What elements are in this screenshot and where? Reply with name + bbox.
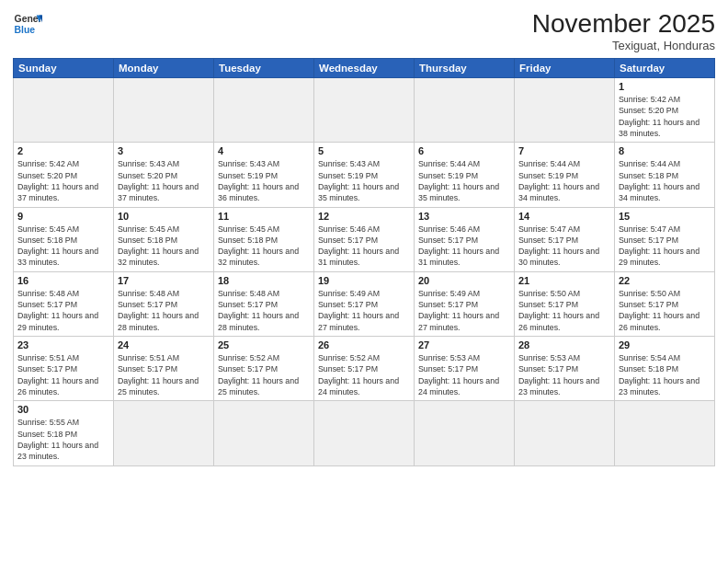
day-info: Sunrise: 5:45 AMSunset: 5:18 PMDaylight:… bbox=[218, 224, 310, 269]
table-row: 12Sunrise: 5:46 AMSunset: 5:17 PMDayligh… bbox=[314, 207, 415, 271]
logo-icon: General Blue bbox=[13, 9, 42, 39]
table-row bbox=[214, 78, 314, 143]
header-monday: Monday bbox=[114, 59, 214, 78]
location: Texiguat, Honduras bbox=[532, 39, 715, 52]
day-info: Sunrise: 5:44 AMSunset: 5:19 PMDaylight:… bbox=[518, 158, 610, 203]
table-row bbox=[114, 401, 214, 465]
table-row: 10Sunrise: 5:45 AMSunset: 5:18 PMDayligh… bbox=[114, 207, 214, 271]
header-wednesday: Wednesday bbox=[314, 59, 415, 78]
table-row: 22Sunrise: 5:50 AMSunset: 5:17 PMDayligh… bbox=[615, 271, 715, 336]
table-row: 7Sunrise: 5:44 AMSunset: 5:19 PMDaylight… bbox=[515, 143, 615, 207]
day-info: Sunrise: 5:47 AMSunset: 5:17 PMDaylight:… bbox=[518, 224, 610, 269]
day-number: 22 bbox=[619, 275, 711, 286]
table-row bbox=[615, 401, 715, 465]
day-number: 29 bbox=[619, 339, 711, 350]
day-number: 3 bbox=[118, 145, 210, 156]
day-info: Sunrise: 5:53 AMSunset: 5:17 PMDaylight:… bbox=[418, 352, 510, 397]
day-number: 12 bbox=[318, 211, 410, 222]
table-row: 6Sunrise: 5:44 AMSunset: 5:19 PMDaylight… bbox=[415, 143, 515, 207]
day-number: 16 bbox=[17, 275, 109, 286]
table-row: 3Sunrise: 5:43 AMSunset: 5:20 PMDaylight… bbox=[114, 143, 214, 207]
table-row: 17Sunrise: 5:48 AMSunset: 5:17 PMDayligh… bbox=[114, 271, 214, 336]
table-row bbox=[314, 401, 415, 465]
table-row bbox=[515, 401, 615, 465]
day-number: 14 bbox=[518, 211, 610, 222]
day-info: Sunrise: 5:55 AMSunset: 5:18 PMDaylight:… bbox=[17, 417, 109, 462]
calendar-week-0: 1Sunrise: 5:42 AMSunset: 5:20 PMDaylight… bbox=[14, 78, 715, 143]
calendar-week-1: 2Sunrise: 5:42 AMSunset: 5:20 PMDaylight… bbox=[14, 143, 715, 207]
table-row: 9Sunrise: 5:45 AMSunset: 5:18 PMDaylight… bbox=[14, 207, 114, 271]
day-number: 2 bbox=[17, 145, 109, 156]
day-info: Sunrise: 5:52 AMSunset: 5:17 PMDaylight:… bbox=[318, 352, 410, 397]
table-row: 26Sunrise: 5:52 AMSunset: 5:17 PMDayligh… bbox=[314, 337, 415, 401]
table-row: 5Sunrise: 5:43 AMSunset: 5:19 PMDaylight… bbox=[314, 143, 415, 207]
table-row: 16Sunrise: 5:48 AMSunset: 5:17 PMDayligh… bbox=[14, 271, 114, 336]
table-row bbox=[114, 78, 214, 143]
day-info: Sunrise: 5:51 AMSunset: 5:17 PMDaylight:… bbox=[118, 352, 210, 397]
table-row bbox=[415, 78, 515, 143]
day-number: 5 bbox=[318, 145, 410, 156]
table-row: 24Sunrise: 5:51 AMSunset: 5:17 PMDayligh… bbox=[114, 337, 214, 401]
day-info: Sunrise: 5:43 AMSunset: 5:19 PMDaylight:… bbox=[318, 158, 410, 203]
header-thursday: Thursday bbox=[415, 59, 515, 78]
day-info: Sunrise: 5:50 AMSunset: 5:17 PMDaylight:… bbox=[619, 288, 711, 333]
table-row: 13Sunrise: 5:46 AMSunset: 5:17 PMDayligh… bbox=[415, 207, 515, 271]
day-number: 13 bbox=[418, 211, 510, 222]
title-block: November 2025 Texiguat, Honduras bbox=[532, 9, 715, 52]
day-number: 1 bbox=[619, 81, 711, 92]
day-info: Sunrise: 5:42 AMSunset: 5:20 PMDaylight:… bbox=[17, 158, 109, 203]
day-info: Sunrise: 5:50 AMSunset: 5:17 PMDaylight:… bbox=[518, 288, 610, 333]
day-number: 30 bbox=[17, 404, 109, 415]
day-number: 18 bbox=[218, 275, 310, 286]
day-info: Sunrise: 5:44 AMSunset: 5:18 PMDaylight:… bbox=[619, 158, 711, 203]
calendar-week-5: 30Sunrise: 5:55 AMSunset: 5:18 PMDayligh… bbox=[14, 401, 715, 465]
day-info: Sunrise: 5:51 AMSunset: 5:17 PMDaylight:… bbox=[17, 352, 109, 397]
table-row bbox=[415, 401, 515, 465]
day-number: 15 bbox=[619, 211, 711, 222]
day-number: 25 bbox=[218, 339, 310, 350]
table-row: 15Sunrise: 5:47 AMSunset: 5:17 PMDayligh… bbox=[615, 207, 715, 271]
table-row: 23Sunrise: 5:51 AMSunset: 5:17 PMDayligh… bbox=[14, 337, 114, 401]
day-number: 9 bbox=[17, 211, 109, 222]
page: General Blue November 2025 Texiguat, Hon… bbox=[0, 0, 728, 563]
day-info: Sunrise: 5:48 AMSunset: 5:17 PMDaylight:… bbox=[17, 288, 109, 333]
calendar-week-3: 16Sunrise: 5:48 AMSunset: 5:17 PMDayligh… bbox=[14, 271, 715, 336]
day-info: Sunrise: 5:54 AMSunset: 5:18 PMDaylight:… bbox=[619, 352, 711, 397]
header-friday: Friday bbox=[515, 59, 615, 78]
day-info: Sunrise: 5:42 AMSunset: 5:20 PMDaylight:… bbox=[619, 94, 711, 139]
day-number: 20 bbox=[418, 275, 510, 286]
day-number: 21 bbox=[518, 275, 610, 286]
table-row: 27Sunrise: 5:53 AMSunset: 5:17 PMDayligh… bbox=[415, 337, 515, 401]
table-row: 28Sunrise: 5:53 AMSunset: 5:17 PMDayligh… bbox=[515, 337, 615, 401]
calendar: Sunday Monday Tuesday Wednesday Thursday… bbox=[13, 58, 715, 466]
table-row bbox=[515, 78, 615, 143]
day-number: 4 bbox=[218, 145, 310, 156]
table-row bbox=[14, 78, 114, 143]
table-row: 19Sunrise: 5:49 AMSunset: 5:17 PMDayligh… bbox=[314, 271, 415, 336]
table-row: 21Sunrise: 5:50 AMSunset: 5:17 PMDayligh… bbox=[515, 271, 615, 336]
day-info: Sunrise: 5:45 AMSunset: 5:18 PMDaylight:… bbox=[118, 224, 210, 269]
table-row bbox=[214, 401, 314, 465]
day-info: Sunrise: 5:46 AMSunset: 5:17 PMDaylight:… bbox=[318, 224, 410, 269]
day-info: Sunrise: 5:52 AMSunset: 5:17 PMDaylight:… bbox=[218, 352, 310, 397]
day-number: 27 bbox=[418, 339, 510, 350]
table-row: 30Sunrise: 5:55 AMSunset: 5:18 PMDayligh… bbox=[14, 401, 114, 465]
table-row: 20Sunrise: 5:49 AMSunset: 5:17 PMDayligh… bbox=[415, 271, 515, 336]
day-info: Sunrise: 5:47 AMSunset: 5:17 PMDaylight:… bbox=[619, 224, 711, 269]
day-info: Sunrise: 5:49 AMSunset: 5:17 PMDaylight:… bbox=[318, 288, 410, 333]
day-info: Sunrise: 5:53 AMSunset: 5:17 PMDaylight:… bbox=[518, 352, 610, 397]
header-tuesday: Tuesday bbox=[214, 59, 314, 78]
table-row: 14Sunrise: 5:47 AMSunset: 5:17 PMDayligh… bbox=[515, 207, 615, 271]
day-number: 17 bbox=[118, 275, 210, 286]
day-info: Sunrise: 5:43 AMSunset: 5:20 PMDaylight:… bbox=[118, 158, 210, 203]
day-number: 19 bbox=[318, 275, 410, 286]
calendar-week-2: 9Sunrise: 5:45 AMSunset: 5:18 PMDaylight… bbox=[14, 207, 715, 271]
day-number: 6 bbox=[418, 145, 510, 156]
table-row: 8Sunrise: 5:44 AMSunset: 5:18 PMDaylight… bbox=[615, 143, 715, 207]
table-row: 1Sunrise: 5:42 AMSunset: 5:20 PMDaylight… bbox=[615, 78, 715, 143]
table-row: 18Sunrise: 5:48 AMSunset: 5:17 PMDayligh… bbox=[214, 271, 314, 336]
table-row: 2Sunrise: 5:42 AMSunset: 5:20 PMDaylight… bbox=[14, 143, 114, 207]
table-row bbox=[314, 78, 415, 143]
day-number: 26 bbox=[318, 339, 410, 350]
header-sunday: Sunday bbox=[14, 59, 114, 78]
